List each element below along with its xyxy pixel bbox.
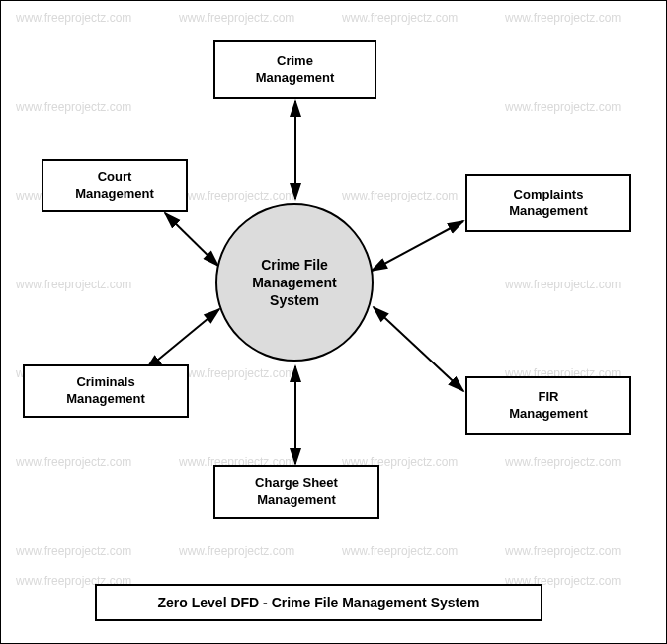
- bidirectional-arrow: [165, 213, 218, 266]
- entity-label: CrimeManagement: [256, 53, 334, 87]
- entity-label: ComplaintsManagement: [509, 187, 587, 220]
- watermark-text: www.freeprojectz.com: [505, 278, 621, 291]
- title-label: Zero Level DFD - Crime File Management S…: [158, 595, 480, 610]
- entity-label: FIRManagement: [509, 389, 587, 423]
- watermark-text: www.freeprojectz.com: [179, 189, 294, 202]
- bidirectional-arrow: [372, 221, 463, 271]
- entity-crime-management: CrimeManagement: [213, 40, 376, 99]
- entity-fir-management: FIRManagement: [465, 376, 631, 435]
- watermark-text: www.freeprojectz.com: [16, 11, 131, 25]
- entity-label: CriminalsManagement: [66, 374, 144, 408]
- process-label: Crime FileManagementSystem: [252, 256, 337, 310]
- watermark-text: www.freeprojectz.com: [505, 455, 621, 469]
- entity-criminals-management: CriminalsManagement: [23, 364, 189, 418]
- watermark-text: www.freeprojectz.com: [16, 278, 131, 291]
- watermark-text: www.freeprojectz.com: [179, 366, 294, 380]
- watermark-text: www.freeprojectz.com: [342, 544, 458, 558]
- entity-label: Charge SheetManagement: [255, 475, 338, 509]
- entity-charge-sheet-management: Charge SheetManagement: [213, 465, 379, 519]
- watermark-text: www.freeprojectz.com: [16, 100, 131, 114]
- watermark-text: www.freeprojectz.com: [16, 544, 131, 558]
- entity-complaints-management: ComplaintsManagement: [465, 174, 631, 232]
- dfd-canvas: www.freeprojectz.comwww.freeprojectz.com…: [0, 0, 667, 644]
- watermark-text: www.freeprojectz.com: [505, 544, 621, 558]
- watermark-text: www.freeprojectz.com: [342, 11, 458, 25]
- watermark-text: www.freeprojectz.com: [16, 455, 131, 469]
- watermark-text: www.freeprojectz.com: [505, 100, 621, 114]
- diagram-title: Zero Level DFD - Crime File Management S…: [95, 584, 542, 621]
- bidirectional-arrow: [146, 309, 219, 369]
- process-crime-file-system: Crime FileManagementSystem: [215, 203, 374, 362]
- entity-label: CourtManagement: [75, 169, 153, 202]
- bidirectional-arrow: [374, 307, 463, 391]
- watermark-text: www.freeprojectz.com: [179, 544, 294, 558]
- watermark-text: www.freeprojectz.com: [179, 11, 294, 25]
- entity-court-management: CourtManagement: [42, 159, 188, 212]
- watermark-text: www.freeprojectz.com: [342, 189, 458, 202]
- watermark-text: www.freeprojectz.com: [505, 11, 621, 25]
